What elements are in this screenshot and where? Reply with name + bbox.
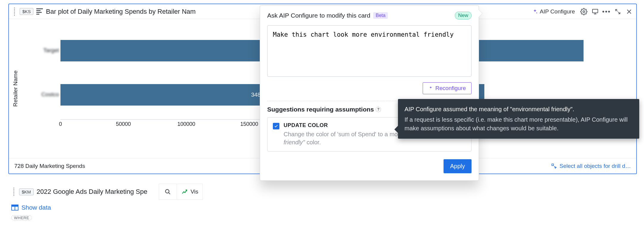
y-axis-label: Retailer Name <box>12 70 19 106</box>
close-icon <box>626 8 632 15</box>
tooltip-heading: AIP Configure assumed the meaning of "en… <box>405 105 633 114</box>
help-icon[interactable]: ? <box>376 107 381 112</box>
variable-pill[interactable]: $KS <box>20 8 33 15</box>
chart-trend-icon <box>181 188 188 195</box>
x-tick-1: 50000 <box>116 121 131 127</box>
x-tick-2: 100000 <box>177 121 195 127</box>
secondary-header: $KM 2022 Google Ads Daily Marketing Spe … <box>8 182 637 202</box>
new-badge: New <box>455 12 472 19</box>
secondary-title: 2022 Google Ads Daily Marketing Spe <box>37 188 147 196</box>
show-data-label: Show data <box>21 204 51 211</box>
tooltip-body: If a request is less specific (i.e. make… <box>405 115 633 133</box>
assumption-tooltip: AIP Configure assumed the meaning of "en… <box>398 99 639 139</box>
svg-point-0 <box>583 11 585 13</box>
settings-button[interactable] <box>580 7 588 16</box>
drag-handle-icon[interactable] <box>12 7 17 16</box>
suggestion-checkbox[interactable] <box>273 123 279 129</box>
y-tick-1: Costco <box>41 91 59 98</box>
expand-icon <box>615 8 621 15</box>
record-count: 728 Daily Marketing Spends <box>14 163 85 169</box>
check-icon <box>274 124 278 128</box>
table-icon <box>11 205 18 211</box>
show-data-link[interactable]: Show data <box>8 202 637 213</box>
presentation-icon <box>592 8 599 15</box>
reconfigure-button[interactable]: Reconfigure <box>423 82 472 94</box>
search-button[interactable] <box>159 184 177 199</box>
drill-down-label: Select all objects for drill d… <box>559 163 631 169</box>
prompt-input[interactable] <box>267 25 472 77</box>
reconfigure-label: Reconfigure <box>435 85 466 92</box>
svg-point-2 <box>166 190 169 193</box>
drill-down-link[interactable]: Select all objects for drill d… <box>551 163 631 169</box>
gear-icon <box>580 8 587 15</box>
more-button[interactable]: ••• <box>602 7 611 16</box>
aip-configure-popover: Ask AIP Configure to modify this card Be… <box>260 5 479 181</box>
drag-handle-icon[interactable] <box>11 188 16 196</box>
vis-label: Vis <box>191 188 198 195</box>
where-chip[interactable]: WHERE <box>11 215 32 220</box>
close-button[interactable] <box>625 7 633 16</box>
horizontal-bar-chart-icon <box>36 8 43 15</box>
beta-badge: Beta <box>373 12 388 19</box>
sparkle-icon <box>532 9 538 15</box>
x-tick-3: 150000 <box>240 121 258 127</box>
vis-toolbar: Vis <box>159 184 203 200</box>
x-tick-0: 0 <box>59 121 62 127</box>
svg-rect-1 <box>592 9 598 13</box>
visualize-button[interactable]: Vis <box>177 184 203 199</box>
popover-title: Ask AIP Configure to modify this card <box>267 12 370 19</box>
secondary-card: $KM 2022 Google Ads Daily Marketing Spe … <box>8 182 637 222</box>
cursor-select-icon <box>551 163 557 169</box>
sparkle-icon <box>428 86 433 91</box>
aip-configure-label: AIP Configure <box>540 8 575 15</box>
aip-configure-button[interactable]: AIP Configure <box>530 7 577 16</box>
chart-title: Bar plot of Daily Marketing Spends by Re… <box>46 8 196 16</box>
expand-button[interactable] <box>614 7 622 16</box>
y-tick-0: Target <box>43 47 59 54</box>
present-button[interactable] <box>591 7 599 16</box>
apply-button[interactable]: Apply <box>444 159 472 173</box>
search-icon <box>164 188 171 195</box>
variable-pill[interactable]: $KM <box>19 188 34 195</box>
